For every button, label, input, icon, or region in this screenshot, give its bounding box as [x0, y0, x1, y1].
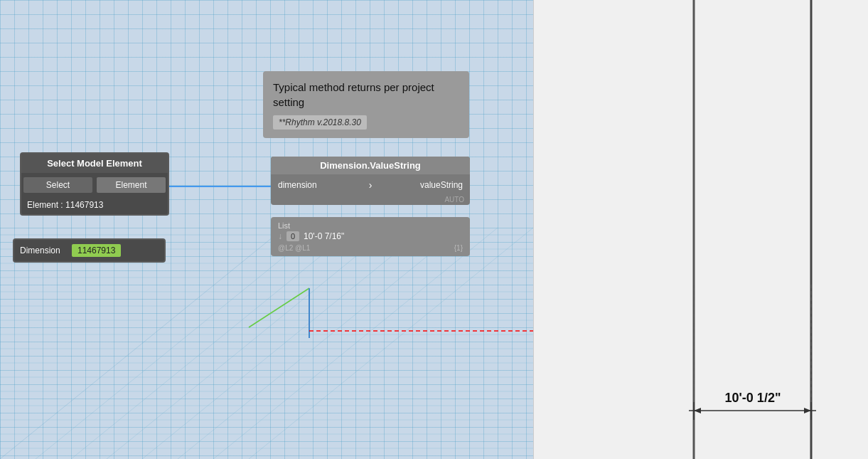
- output-list-label: List: [278, 221, 463, 230]
- dimension-small-value: 11467913: [72, 244, 121, 257]
- output-value: 10'-0 7/16": [304, 231, 344, 241]
- output-arrow: ↓: [278, 231, 282, 241]
- dimension-small-node: Dimension 11467913: [13, 238, 166, 263]
- select-node-ports: Select Element: [21, 173, 168, 197]
- tooltip-box: Typical method returns per project setti…: [263, 71, 469, 138]
- valuestring-title: Dimension.ValueString: [271, 157, 470, 174]
- tooltip-title: Typical method returns per project setti…: [273, 80, 459, 110]
- select-port-button[interactable]: Select: [23, 177, 92, 193]
- output-meta-right: {1}: [454, 244, 463, 252]
- output-meta-left: @L2 @L1: [278, 244, 310, 252]
- tooltip-version: **Rhythm v.2018.8.30: [273, 115, 367, 130]
- element-port-button[interactable]: Element: [97, 177, 166, 193]
- valuestring-right-port: valueString: [375, 177, 466, 193]
- output-meta: @L2 @L1 {1}: [278, 244, 463, 252]
- select-node-info: Element : 11467913: [21, 197, 168, 214]
- dimension-valuestring-node: Dimension.ValueString dimension › valueS…: [271, 157, 470, 205]
- valuestring-arrow: ›: [369, 179, 373, 191]
- valuestring-ports: dimension › valueString: [271, 174, 470, 196]
- drawing-area: 10'-0 1/2": [533, 0, 868, 459]
- drawing-svg: 10'-0 1/2": [534, 0, 868, 459]
- select-model-element-node: Select Model Element Select Element Elem…: [20, 152, 169, 216]
- element-value: 11467913: [65, 200, 103, 210]
- element-label: Element :: [27, 200, 63, 210]
- dimension-text: 10'-0 1/2": [725, 391, 781, 405]
- valuestring-left-port: dimension: [275, 177, 366, 193]
- output-row: ↓ 0 10'-0 7/16": [278, 231, 463, 241]
- output-index: 0: [286, 231, 299, 241]
- dynamo-canvas: Select Model Element Select Element Elem…: [0, 0, 533, 459]
- dimension-small-label: Dimension: [20, 246, 66, 255]
- select-node-title: Select Model Element: [21, 154, 168, 173]
- output-node: List ↓ 0 10'-0 7/16" @L2 @L1 {1}: [271, 217, 470, 256]
- valuestring-auto: AUTO: [271, 196, 470, 205]
